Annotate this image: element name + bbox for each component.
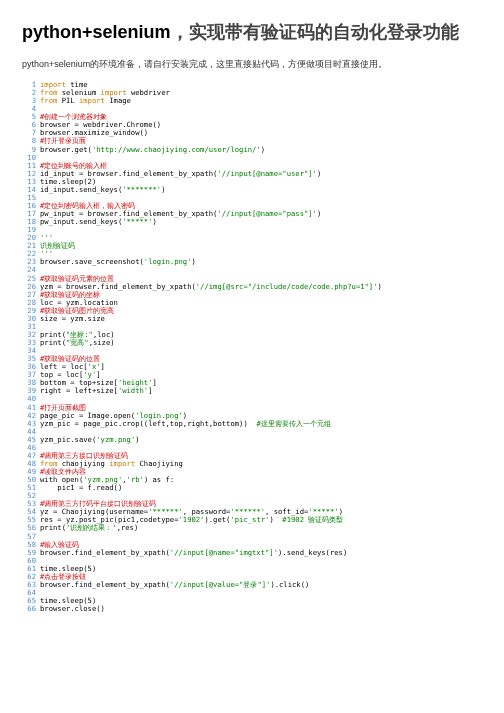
code-line: 30size = yzm.size (22, 315, 482, 323)
line-content: size = yzm.size (40, 315, 105, 323)
code-line: 33print("宽高",size) (22, 339, 482, 347)
title-part2: ，实现带有验证码的自动化登录功能 (171, 22, 459, 42)
line-content: id_input.send_keys('*******') (40, 186, 166, 194)
line-content: browser.find_element_by_xpath('//input[@… (40, 549, 347, 557)
line-content: print("宽高",size) (40, 339, 115, 347)
line-content: browser.get('http://www.chaojiying.com/u… (40, 146, 265, 154)
line-content: browser.save_screenshot('login.png') (40, 258, 196, 266)
page-title: python+selenium，实现带有验证码的自动化登录功能 (22, 20, 482, 44)
line-content: pic1 = f.read() (40, 484, 122, 492)
code-line: 20''' (22, 234, 482, 242)
code-line: 21识别验证码 (22, 242, 482, 250)
line-content: browser.close() (40, 605, 105, 613)
code-line: 23browser.save_screenshot('login.png') (22, 258, 482, 266)
line-number: 66 (22, 605, 36, 613)
code-line: 57 (22, 533, 482, 541)
line-content: yzm_pic.save('yzm.png') (40, 436, 140, 444)
code-line: 9browser.get('http://www.chaojiying.com/… (22, 146, 482, 154)
code-line: 48from chaojiying import Chaojiying (22, 460, 482, 468)
intro-text: python+selenium的环境准备，请自行安装完成，这里直接贴代码，方便做… (22, 58, 482, 71)
code-line: 63browser.find_element_by_xpath('//input… (22, 581, 482, 589)
code-line: 59browser.find_element_by_xpath('//input… (22, 549, 482, 557)
code-line: 45yzm_pic.save('yzm.png') (22, 436, 482, 444)
code-line: 14id_input.send_keys('*******') (22, 186, 482, 194)
code-line: 40 (22, 395, 482, 403)
code-block: 1import time2from selenium import webdri… (22, 81, 482, 613)
line-content: right = left+size['width'] (40, 387, 153, 395)
line-content: yzm_pic = page_pic.crop((left,top,right,… (40, 420, 331, 428)
line-content: browser.find_element_by_xpath('//input[@… (40, 581, 309, 589)
line-content: from PIL import Image (40, 97, 131, 105)
code-line: 19 (22, 226, 482, 234)
code-line: 61time.sleep(5) (22, 565, 482, 573)
code-line: 3from PIL import Image (22, 97, 482, 105)
code-line: 43yzm_pic = page_pic.crop((left,top,righ… (22, 420, 482, 428)
code-line: 51 pic1 = f.read() (22, 484, 482, 492)
line-content: print('识别的结果：',res) (40, 524, 138, 532)
line-content: pw_input.send_keys('*****') (40, 218, 157, 226)
code-line: 39right = left+size['width'] (22, 387, 482, 395)
code-line: 18pw_input.send_keys('*****') (22, 218, 482, 226)
title-part1: python+selenium (22, 22, 171, 42)
code-line: 56print('识别的结果：',res) (22, 524, 482, 532)
code-line: 7browser.maximize_window() (22, 129, 482, 137)
code-line: 66browser.close() (22, 605, 482, 613)
